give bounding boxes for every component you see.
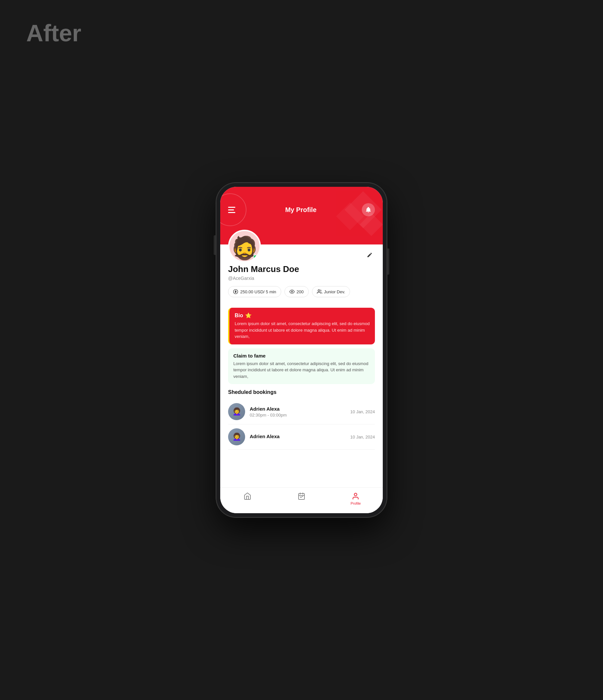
bottom-nav: Profile	[220, 487, 383, 513]
profile-icon	[352, 492, 359, 500]
nav-calendar[interactable]	[274, 491, 328, 507]
claim-title: Claim to fame	[233, 353, 370, 358]
svg-point-2	[318, 290, 320, 291]
avatar: 🧔	[228, 230, 261, 262]
booking-time-1: 02:30pm - 03:00pm	[250, 412, 350, 418]
online-indicator	[253, 255, 258, 259]
phone-screen: My Profile 🧔	[220, 187, 383, 513]
after-label: After	[26, 20, 81, 47]
booking-date-2: 10 Jan, 2024	[350, 434, 375, 440]
claim-text: Lorem ipsum dolor sit amet, consectetur …	[233, 360, 370, 380]
nav-profile-label: Profile	[351, 501, 361, 505]
booking-item-2[interactable]: 👩‍🦱 Adrien Alexa 10 Jan, 2024	[228, 424, 375, 450]
role-badge: Junior Dev.	[312, 286, 350, 297]
menu-line-3	[228, 212, 235, 213]
avatar-container: 🧔	[228, 230, 261, 262]
followers-value: 200	[297, 290, 304, 294]
bio-text: Lorem ipsum dolor sit amet, consectetur …	[235, 321, 370, 340]
followers-badge: 200	[284, 286, 309, 297]
rate-badge: 250.00 USD/ 5 min	[228, 286, 281, 297]
bookings-section: Sheduled bookings 👩‍🦱 Adrien Alexa 02:30…	[220, 389, 383, 450]
dollar-icon	[233, 289, 238, 294]
booking-date-1: 10 Jan, 2024	[350, 409, 375, 414]
claim-card: Claim to fame Lorem ipsum dolor sit amet…	[228, 348, 375, 384]
role-value: Junior Dev.	[324, 290, 345, 294]
header-area: My Profile 🧔	[220, 187, 383, 245]
pencil-icon	[367, 252, 373, 258]
edit-button[interactable]	[365, 250, 375, 260]
content-area[interactable]: John Marcus Doe @AceGarxia 250.00 USD/ 5…	[220, 245, 383, 487]
rate-value: 250.00 USD/ 5 min	[240, 290, 276, 294]
bio-card: Bio ⭐ Lorem ipsum dolor sit amet, consec…	[228, 308, 375, 345]
calendar-icon	[298, 492, 305, 500]
user-handle: @AceGarxia	[228, 276, 375, 281]
svg-rect-3	[299, 494, 304, 499]
nav-home[interactable]	[220, 491, 274, 507]
menu-line-1	[228, 207, 235, 208]
header-bottom: 🧔	[220, 222, 383, 245]
eye-icon	[290, 289, 295, 294]
bio-title: Bio ⭐	[235, 312, 370, 319]
booking-info-2: Adrien Alexa	[250, 433, 350, 440]
phone-frame: My Profile 🧔	[216, 183, 387, 517]
users-icon	[317, 289, 322, 294]
menu-line-2	[228, 209, 234, 210]
booking-item[interactable]: 👩‍🦱 Adrien Alexa 02:30pm - 03:00pm 10 Ja…	[228, 399, 375, 424]
menu-button[interactable]	[228, 204, 240, 216]
svg-point-7	[354, 493, 357, 496]
booking-avatar-img-1: 👩‍🦱	[228, 403, 245, 420]
stats-row: 250.00 USD/ 5 min 200	[228, 286, 375, 297]
booking-avatar-img-2: 👩‍🦱	[228, 428, 245, 445]
booking-avatar-1: 👩‍🦱	[228, 403, 245, 420]
booking-avatar-2: 👩‍🦱	[228, 428, 245, 445]
bookings-title: Sheduled bookings	[228, 389, 375, 395]
bio-star: ⭐	[245, 312, 252, 319]
booking-name-1: Adrien Alexa	[250, 406, 350, 411]
booking-info-1: Adrien Alexa 02:30pm - 03:00pm	[250, 406, 350, 418]
nav-profile[interactable]: Profile	[329, 491, 383, 507]
svg-point-1	[291, 291, 293, 292]
home-icon	[244, 492, 251, 500]
user-name: John Marcus Doe	[228, 264, 375, 274]
bio-title-text: Bio	[235, 312, 243, 319]
booking-name-2: Adrien Alexa	[250, 433, 350, 439]
page-title: My Profile	[285, 206, 317, 214]
